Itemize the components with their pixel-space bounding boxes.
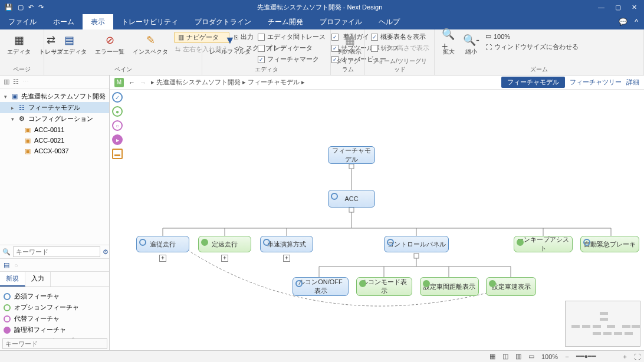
group-formtree: フォーム/ツリーグリッド [370, 57, 429, 75]
status-zoomout[interactable]: − [561, 353, 572, 360]
tree-item-1[interactable]: ▣ACC-0021 [0, 135, 109, 146]
chk-onerow[interactable]: 1行の高さで表示 [370, 43, 431, 53]
expand-speed[interactable]: + [283, 255, 290, 262]
menu-profile[interactable]: プロファイル [311, 14, 370, 29]
palette-add-icon[interactable]: ○ [14, 262, 18, 269]
breadcrumb[interactable]: ▸ 先進運転システムソフト開発 ▸ フィーチャモデル ▸ [151, 78, 305, 87]
tree-root[interactable]: ▾▣先進運転システムソフト開発 [0, 91, 109, 102]
tool-or[interactable]: ▸ [112, 134, 123, 145]
node-root[interactable]: フィーチャモデル [328, 146, 375, 164]
tree-featuremodel[interactable]: ▸☷フィーチャモデル [0, 102, 109, 113]
zoomout-button[interactable]: 🔍-縮小 [462, 32, 481, 56]
group-pane: ペイン [49, 65, 197, 75]
zoomin-button[interactable]: 🔍+拡大 [439, 32, 458, 56]
keyword-input[interactable] [2, 338, 107, 349]
node-lane[interactable]: ーンキープアシスト [514, 236, 573, 252]
group-page: ページ [5, 65, 39, 75]
legend-or[interactable]: 論理和フィーチャ [4, 324, 106, 335]
nav-toolbar: ▥ ☷ ⋯ [0, 75, 109, 88]
tool-required[interactable]: ✓ [112, 92, 123, 103]
menu-file[interactable]: ファイル [0, 14, 45, 29]
node-panel[interactable]: コントロールパネル [384, 236, 449, 252]
svg-rect-1 [349, 164, 354, 169]
status-zoomin[interactable]: + [620, 353, 630, 360]
node-cruise[interactable]: 定速走行 [198, 236, 251, 252]
menu-view[interactable]: 表示 [83, 14, 113, 29]
node-speed[interactable]: 車速演算方式 [260, 236, 313, 252]
chk-summary[interactable]: ✓概要表名を表示 [370, 32, 431, 42]
maximize-button[interactable]: ▢ [615, 4, 621, 11]
legend-optional[interactable]: オプションフィーチャ [4, 302, 106, 313]
tree-item-2[interactable]: ▣ACCX-0037 [0, 146, 109, 156]
chk-indicator[interactable]: インディケータ [257, 43, 327, 53]
editor-button[interactable]: ▦エディタ [5, 32, 33, 56]
legend-alternative[interactable]: 代替フィーチャ [4, 313, 106, 324]
search-options-icon[interactable]: ⚙ [100, 248, 109, 256]
menu-team[interactable]: チーム開発 [259, 14, 311, 29]
status-grid-icon[interactable]: ▦ [486, 353, 499, 360]
group-zoom: ズーム [439, 65, 639, 75]
group-editor: エディタ [207, 65, 326, 75]
menu-help[interactable]: ヘルプ [370, 14, 408, 29]
node-follow[interactable]: 追従走行 [136, 236, 189, 252]
menu-home[interactable]: ホーム [45, 14, 83, 29]
node-mode[interactable]: ルコンモード表示 [356, 277, 412, 296]
levelfilter-button[interactable]: ▼レベルフィルタ [207, 32, 253, 56]
model-badge: M [114, 78, 124, 87]
expand-follow[interactable]: + [159, 255, 166, 262]
legend-required[interactable]: 必須フィーチャ [4, 291, 106, 302]
tool-alt[interactable]: ○ [112, 120, 123, 131]
search-input[interactable] [13, 246, 100, 257]
tool-folder[interactable]: ▬ [112, 149, 123, 159]
tab-input[interactable]: 入力 [25, 272, 51, 287]
feedback-icon[interactable]: 💬 [619, 18, 627, 26]
zoom-slider[interactable]: ━━●━━ [573, 353, 620, 360]
nav-fwd[interactable]: → [140, 79, 146, 86]
nav-back[interactable]: ← [129, 79, 135, 86]
svg-rect-12 [414, 254, 419, 258]
window-title: 先進運転システムソフト開発 - Next Design [48, 3, 591, 12]
node-distance[interactable]: 設定車間距離表示 [420, 277, 479, 296]
view-detail[interactable]: 詳細 [626, 78, 639, 87]
node-brake[interactable]: 自動緊急ブレーキ [580, 236, 639, 252]
inspector-button[interactable]: ✎インスペクタ [130, 32, 170, 56]
chk-featuremark[interactable]: ✓フィーチャマーク [257, 54, 327, 64]
minimap[interactable] [565, 301, 640, 347]
status-fit[interactable]: ⛶ [630, 353, 644, 360]
status-layout-icon[interactable]: ◫ [499, 353, 512, 360]
node-acc[interactable]: ACC [328, 190, 375, 208]
tree-configuration[interactable]: ▾⚙コンフィグレーション [0, 113, 109, 124]
close-button[interactable]: ✕ [632, 4, 637, 11]
status-single-icon[interactable]: ▭ [525, 353, 538, 360]
nav-filter-icon[interactable]: ⋯ [22, 78, 29, 85]
zoom-fit[interactable]: ⛶ウィンドウサイズに合わせる [484, 42, 580, 52]
svg-rect-3 [349, 208, 354, 212]
node-setspeed[interactable]: 設定車速表示 [486, 277, 536, 296]
status-split-icon[interactable]: ▥ [512, 353, 525, 360]
save-icon[interactable]: 💾 [5, 4, 13, 11]
tab-new[interactable]: 新規 [0, 272, 25, 287]
search-icon: 🔍 [2, 248, 13, 256]
zoom-100[interactable]: ▭100% [484, 32, 580, 41]
menu-product[interactable]: プロダクトライン [186, 14, 259, 29]
chk-editortrace[interactable]: エディタ間トレース [257, 32, 327, 42]
status-zoom: 100% [538, 353, 561, 360]
palette-icon[interactable]: ▤ [4, 261, 9, 269]
view-featuremodel[interactable]: フィーチャモデル [501, 77, 565, 88]
undo-icon[interactable]: ↶ [28, 4, 34, 11]
tool-optional[interactable]: ● [112, 106, 123, 117]
showcolumns-button[interactable]: ▦列の表示 [336, 32, 364, 56]
open-icon[interactable]: ▢ [18, 4, 24, 11]
expand-cruise[interactable]: + [221, 255, 228, 262]
tree-item-0[interactable]: ▣ACC-0011 [0, 124, 109, 135]
nav-tree-icon[interactable]: ☷ [13, 78, 19, 85]
collapse-ribbon-icon[interactable]: ^ [635, 18, 638, 26]
minimize-button[interactable]: — [598, 4, 604, 11]
nav-model-icon[interactable]: ▥ [4, 78, 9, 85]
errorlist-button[interactable]: ⊘エラー一覧 [93, 32, 127, 56]
subeditor-button[interactable]: ▤サブエディタ [49, 32, 89, 56]
view-featuretree[interactable]: フィーチャツリー [570, 78, 622, 87]
redo-icon[interactable]: ↷ [38, 4, 44, 11]
node-onoff[interactable]: ルコンON/OFF表示 [293, 277, 349, 296]
menu-trace[interactable]: トレーサビリティ [113, 14, 186, 29]
